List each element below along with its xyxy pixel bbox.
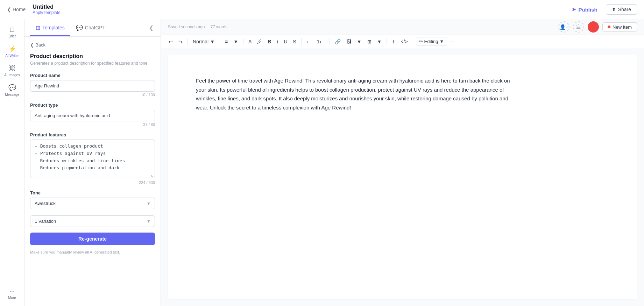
image-button[interactable]: 🖼: [344, 37, 353, 46]
underline-icon: U: [284, 39, 287, 44]
font-color-button[interactable]: A: [246, 37, 254, 46]
sidebar-item-more[interactable]: ··· More: [2, 285, 22, 303]
editing-mode-badge[interactable]: ✏ Editing ▼: [416, 37, 447, 46]
style-dropdown[interactable]: Normal ▼: [191, 37, 217, 46]
sidebar-item-ai-writer[interactable]: ⚡ AI Writer: [2, 42, 22, 61]
new-item-button[interactable]: New Item: [602, 22, 637, 32]
product-name-input[interactable]: [30, 80, 155, 92]
collaborator-avatar-2[interactable]: 🏛: [573, 21, 584, 33]
editor-canvas[interactable]: Feel the power of time travel with Age R…: [168, 55, 637, 299]
pen-icon: ✏: [419, 39, 423, 44]
image-dropdown-button[interactable]: ▼: [355, 37, 364, 46]
panel-content: ❮ Back Product description Generates a p…: [24, 37, 161, 306]
ordered-list-button[interactable]: 1≔: [315, 37, 327, 46]
align-button[interactable]: ≡: [223, 37, 230, 46]
separator-7: [413, 38, 413, 45]
undo-icon: ↩: [169, 39, 173, 44]
sidebar-item-message[interactable]: 💬 Message: [2, 81, 22, 99]
back-label: Back: [35, 42, 45, 48]
editor-topbar: Saved seconds ago 77 words 👤+ 🏛 New Item: [161, 19, 644, 35]
clear-format-icon: T̶: [392, 39, 395, 44]
publish-icon: ➤: [572, 6, 576, 13]
clear-format-button[interactable]: T̶: [390, 37, 397, 46]
editor-area: Saved seconds ago 77 words 👤+ 🏛 New Item: [161, 19, 644, 306]
editor-meta: Saved seconds ago 77 words: [168, 24, 227, 29]
regenerate-button[interactable]: Re-generate: [30, 233, 155, 245]
editor-content[interactable]: Feel the power of time travel with Age R…: [196, 76, 511, 112]
top-bar: ❮ Home Untitled Apply template ➤ Publish…: [0, 0, 644, 19]
brief-icon: ◻: [9, 26, 15, 33]
tab-templates-label: Templates: [42, 25, 65, 30]
highlight-icon: 🖊: [257, 39, 262, 44]
separator-5: [330, 38, 330, 45]
user-avatar[interactable]: [588, 21, 599, 33]
new-item-dot-icon: [608, 26, 610, 28]
add-person-icon: 👤+: [560, 24, 568, 30]
image-dropdown-icon: ▼: [357, 39, 362, 44]
tone-select-wrapper: Awestruck Professional Friendly Casual F…: [30, 198, 155, 209]
product-features-input[interactable]: - Boosts collagen product - Protects aga…: [30, 140, 155, 178]
building-icon: 🏛: [576, 24, 581, 30]
top-bar-right: ➤ Publish ⬆ Share: [567, 4, 637, 15]
code-block-button[interactable]: </>: [398, 37, 410, 46]
product-name-label: Product name: [30, 73, 155, 78]
apply-template-link[interactable]: Apply template: [33, 10, 60, 15]
share-icon: ⬆: [612, 7, 616, 12]
tab-chatgpt-label: ChatGPT: [85, 25, 105, 30]
tab-chatgpt[interactable]: 💬 ChatGPT: [70, 20, 111, 36]
brief-label: Brief: [8, 34, 16, 38]
sidebar-item-brief[interactable]: ◻ Brief: [2, 23, 22, 41]
left-panel: ⊞ Templates 💬 ChatGPT ❮ ❮ Back Product d…: [24, 19, 161, 306]
style-label: Normal: [193, 39, 208, 44]
home-label: Home: [13, 7, 26, 12]
collapse-icon: ❮: [149, 25, 154, 31]
underline-button[interactable]: U: [282, 37, 289, 46]
table-icon: ⊞: [367, 39, 371, 44]
style-dropdown-arrow-icon: ▼: [210, 39, 215, 44]
chevron-left-icon: ❮: [7, 7, 11, 12]
undo-button[interactable]: ↩: [167, 37, 175, 46]
code-block-icon: </>: [401, 39, 408, 44]
product-features-wrapper: - Boosts collagen product - Protects aga…: [30, 140, 155, 179]
table-dropdown-button[interactable]: ▼: [375, 37, 384, 46]
back-link[interactable]: ❮ Back: [30, 42, 155, 48]
back-chevron-icon: ❮: [30, 42, 34, 48]
publish-button[interactable]: ➤ Publish: [567, 4, 601, 15]
share-button[interactable]: ⬆ Share: [606, 4, 637, 15]
tab-templates[interactable]: ⊞ Templates: [30, 20, 70, 36]
icon-bar: ◻ Brief ⚡ AI Writer 🖼 AI Images 💬 Messag…: [0, 19, 24, 306]
editor-toolbar: ↩ ↪ Normal ▼ ≡ ▼ A 🖊: [161, 35, 644, 48]
textarea-resize-handle[interactable]: ✎: [149, 174, 154, 179]
editing-dropdown-icon: ▼: [439, 39, 444, 44]
message-icon: 💬: [8, 84, 16, 92]
variation-select-wrapper: 1 Variation 2 Variations 3 Variations ▼: [30, 215, 155, 227]
sidebar-item-ai-images[interactable]: 🖼 AI Images: [2, 62, 22, 80]
highlight-button[interactable]: 🖊: [255, 37, 264, 46]
italic-button[interactable]: I: [275, 37, 280, 46]
redo-button[interactable]: ↪: [176, 37, 185, 46]
align-dropdown-button[interactable]: ▼: [231, 37, 240, 46]
more-icon: ···: [9, 287, 15, 295]
doc-title[interactable]: Untitled: [33, 4, 60, 10]
more-options-icon: ···: [451, 39, 455, 44]
more-options-button[interactable]: ···: [448, 37, 457, 46]
strikethrough-button[interactable]: S: [291, 37, 298, 46]
collaborator-avatar-1[interactable]: 👤+: [558, 21, 569, 33]
ai-images-icon: 🖼: [9, 65, 15, 72]
separator-1: [187, 38, 188, 45]
tabs: ⊞ Templates 💬 ChatGPT: [30, 20, 111, 36]
separator-4: [301, 38, 302, 45]
bullet-list-button[interactable]: ≔: [304, 37, 313, 46]
bold-button[interactable]: B: [266, 37, 273, 46]
product-type-input[interactable]: [30, 110, 155, 121]
ai-writer-label: AI Writer: [5, 54, 19, 58]
home-link[interactable]: ❮ Home: [7, 7, 26, 12]
message-label: Message: [5, 93, 19, 97]
separator-6: [387, 38, 387, 45]
table-button[interactable]: ⊞: [365, 37, 374, 46]
link-button[interactable]: 🔗: [333, 37, 343, 46]
collapse-panel-button[interactable]: ❮: [148, 23, 155, 33]
tone-select[interactable]: Awestruck Professional Friendly Casual F…: [30, 198, 155, 209]
variation-select[interactable]: 1 Variation 2 Variations 3 Variations: [30, 215, 155, 227]
product-features-label: Product features: [30, 132, 155, 137]
